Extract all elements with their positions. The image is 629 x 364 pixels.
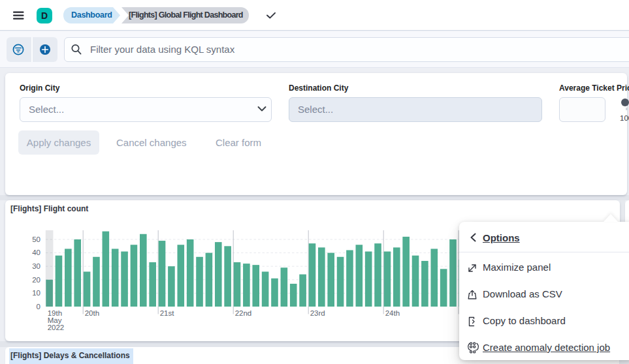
svg-text:50: 50 xyxy=(32,235,40,243)
svg-text:20: 20 xyxy=(32,276,40,284)
svg-text:2022: 2022 xyxy=(48,324,65,331)
svg-text:10: 10 xyxy=(32,289,40,297)
svg-text:21st: 21st xyxy=(160,309,175,317)
svg-text:24th: 24th xyxy=(385,309,400,317)
svg-text:30: 30 xyxy=(32,262,40,270)
svg-text:0: 0 xyxy=(37,303,40,311)
svg-text:22nd: 22nd xyxy=(235,309,252,317)
svg-text:20th: 20th xyxy=(85,309,99,317)
svg-text:40: 40 xyxy=(32,249,40,256)
svg-text:23rd: 23rd xyxy=(310,309,325,317)
